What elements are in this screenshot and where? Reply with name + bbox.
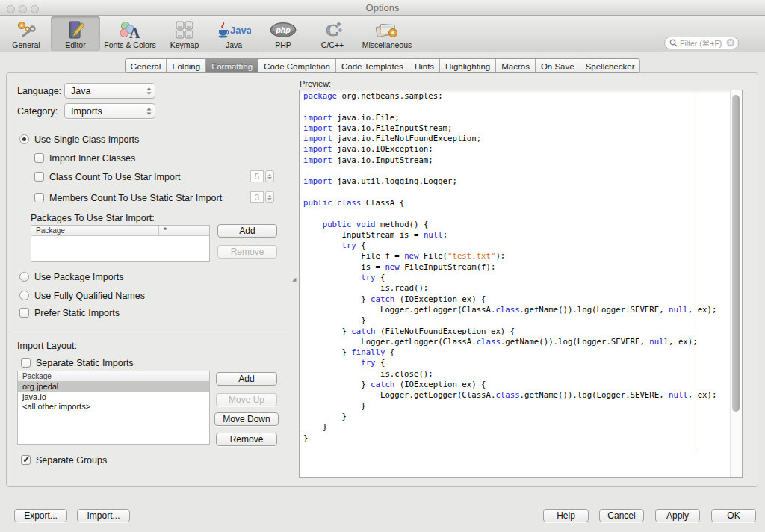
window-title: Options [0,2,765,13]
checkbox-separate-groups-label: Separate Groups [36,455,107,466]
c-cpp-icon: C [321,19,344,40]
editor-icon [65,19,86,40]
packages-star-import-label: Packages To Use Star Import: [31,213,155,223]
checkbox-import-inner-classes[interactable] [34,153,44,163]
php-icon: php [268,19,298,40]
members-count-stepper[interactable] [265,191,274,203]
layout-table-row[interactable]: java.io [18,392,209,403]
popup-arrows-icon [146,87,152,98]
layout-table-row[interactable]: org.jpedal [18,382,209,392]
tab-folding[interactable]: Folding [167,58,206,73]
checkbox-class-count-star-import-label: Class Count To Use Star Import [49,172,181,182]
class-count-field[interactable]: 5 [250,170,264,182]
java-icon: Java [217,19,251,40]
toolbar-item-java[interactable]: JavaJava [209,16,258,51]
toolbar-item-label: Fonts & Colors [104,40,155,49]
apply-button[interactable]: Apply [655,509,700,522]
radio-use-single-class-imports-label: Use Single Class Imports [34,134,139,145]
text-limit-line [696,90,696,450]
section-divider [7,332,294,332]
tab-formatting[interactable]: Formatting [206,58,258,73]
scrollbar-thumb[interactable] [732,95,740,412]
import-layout-table-header: Package [18,371,209,382]
star-remove-button[interactable]: Remove [217,245,277,259]
cancel-button[interactable]: Cancel [599,509,644,522]
class-count-stepper[interactable] [265,170,274,182]
filter-search[interactable]: Filter (⌘+F) [664,37,739,49]
svg-text:C: C [326,20,338,40]
toolbar-item-php[interactable]: phpPHP [258,16,308,51]
misc-icon [374,19,400,40]
toolbar-item-label: Keymap [170,40,199,49]
import-layout-label: Import Layout: [17,341,77,351]
toolbar-item-fonts-colors[interactable]: AFonts & Colors [100,16,160,51]
splitter-handle[interactable]: ◢ [292,276,297,282]
ok-button[interactable]: OK [711,509,756,522]
toolbar-item-label: C/C++ [321,40,344,49]
toolbar-item-label: General [12,40,40,49]
keymap-icon [174,19,195,40]
toolbar-item-c-c[interactable]: CC/C++ [308,16,357,51]
tab-spellchecker[interactable]: Spellchecker [580,58,641,73]
category-value: Imports [71,106,102,117]
toolbar-item-label: Editor [65,40,85,49]
radio-use-fully-qualified-names[interactable] [19,291,29,300]
toolbar-item-label: Java [226,40,242,49]
checkbox-members-count-static-star-label: Members Count To Use Static Star Import [49,193,222,203]
layout-remove-button[interactable]: Remove [216,433,277,446]
tab-hints[interactable]: Hints [409,58,440,73]
popup-arrows-icon [146,107,152,118]
star-add-button[interactable]: Add [217,224,277,238]
star-import-table[interactable]: Package * [31,225,210,262]
column-package: Package [31,226,158,235]
star-import-table-header: Package * [31,226,209,236]
tab-macros[interactable]: Macros [496,58,536,73]
checkbox-separate-groups[interactable] [21,455,31,465]
members-count-field[interactable]: 3 [250,191,264,203]
options-toolbar: GeneralEditorAFonts & ColorsKeymapJavaJa… [0,16,765,52]
tab-code-completion[interactable]: Code Completion [258,58,336,73]
svg-text:Java: Java [230,25,251,36]
toolbar-item-label: PHP [275,40,291,49]
checkbox-separate-static-imports-label: Separate Static Imports [36,358,134,368]
language-dropdown[interactable]: Java [64,83,155,99]
radio-use-package-imports-label: Use Package Imports [34,272,124,282]
toolbar-item-editor[interactable]: Editor [51,16,100,51]
titlebar[interactable]: Options [0,0,765,16]
svg-text:php: php [275,25,291,34]
radio-use-single-class-imports[interactable] [19,134,29,144]
tab-on-save[interactable]: On Save [536,58,580,73]
preview-code: package org.netbeans.samples; import jav… [303,91,716,444]
help-button[interactable]: Help [543,509,589,522]
checkbox-separate-static-imports[interactable] [21,358,31,368]
radio-use-package-imports[interactable] [19,272,29,282]
editor-tabs: GeneralFoldingFormattingCode CompletionC… [0,58,765,73]
layout-add-button[interactable]: Add [216,372,277,386]
checkbox-class-count-star-import[interactable] [34,172,44,182]
language-value: Java [71,86,90,96]
clear-icon[interactable] [726,37,735,50]
toolbar-item-miscellaneous[interactable]: Miscellaneous [357,16,417,51]
toolbar-item-general[interactable]: General [1,16,51,51]
layout-move-down-button[interactable]: Move Down [214,412,279,426]
preview-label: Preview: [300,79,331,88]
tab-general[interactable]: General [125,58,167,73]
svg-text:A: A [129,25,140,40]
toolbar-item-keymap[interactable]: Keymap [160,16,209,51]
export-button[interactable]: Export... [14,509,67,522]
tab-highlighting[interactable]: Highlighting [440,58,496,73]
import-button[interactable]: Import... [77,509,130,522]
category-dropdown[interactable]: Imports [64,103,155,119]
general-icon [15,19,37,40]
preview-scrollbar[interactable] [730,90,742,477]
checkbox-members-count-static-star[interactable] [34,193,44,202]
checkbox-prefer-static-imports[interactable] [19,308,29,318]
import-layout-table[interactable]: Package org.jpedaljava.io<all other impo… [17,371,210,445]
category-label: Category: [17,106,58,117]
search-icon [669,37,678,50]
layout-move-up-button[interactable]: Move Up [216,393,277,406]
layout-table-row[interactable]: <all other imports> [18,402,209,412]
tab-code-templates[interactable]: Code Templates [336,58,409,73]
filter-placeholder: Filter (⌘+F) [680,39,726,48]
preview-editor[interactable]: package org.netbeans.samples; import jav… [299,90,743,478]
